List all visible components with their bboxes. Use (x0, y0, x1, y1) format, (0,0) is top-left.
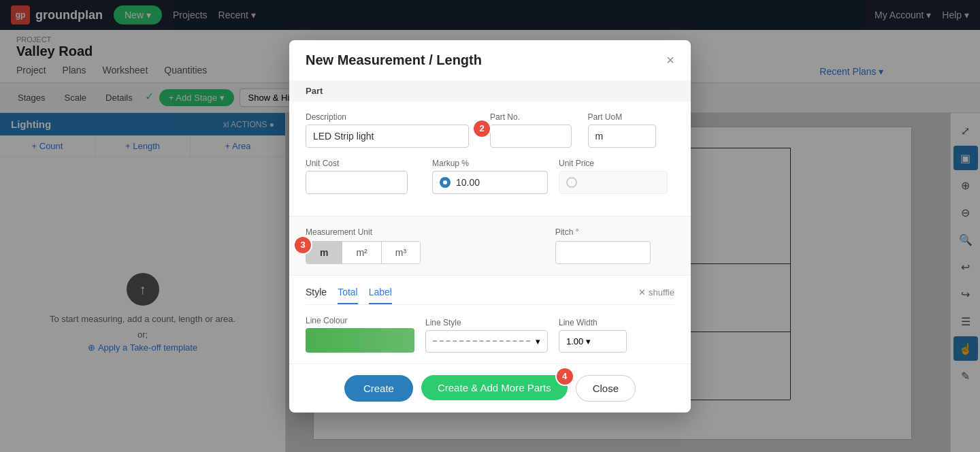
markup-radio[interactable] (440, 177, 451, 188)
line-width-label: Line Width (559, 318, 627, 327)
line-colour-swatch[interactable] (306, 328, 414, 353)
unitprice-group: Unit Price (559, 159, 674, 194)
line-width-value: 1.00 ▾ (566, 336, 591, 346)
unitcost-input[interactable] (306, 171, 408, 194)
style-row: Line Colour Line Style ▾ Line Width 1.00… (306, 316, 674, 353)
line-colour-group: Line Colour (306, 316, 414, 353)
line-style-select[interactable]: ▾ (425, 330, 548, 353)
description-group: Description 2 (306, 112, 479, 148)
line-colour-label: Line Colour (306, 316, 414, 325)
unitcost-label: Unit Cost (306, 159, 421, 168)
close-modal-button[interactable]: Close (576, 375, 636, 402)
unit-buttons: m m² m³ (306, 241, 421, 264)
pitch-group: Pitch ° (555, 227, 674, 264)
modal-close-button[interactable]: × (666, 52, 674, 68)
tab-style[interactable]: Style (306, 287, 327, 304)
unit-m2-button[interactable]: m² (342, 242, 381, 263)
unit-m3-button[interactable]: m³ (382, 242, 420, 263)
partuom-label: Part UoM (588, 112, 675, 122)
line-style-label: Line Style (425, 318, 548, 327)
modal-footer: Create Create & Add More Parts 4 Close (289, 364, 691, 413)
part-section-label: Part (289, 80, 691, 101)
unitprice-label: Unit Price (559, 159, 674, 168)
style-section: Style Total Label ✕ shuffle Line Colour … (289, 276, 691, 353)
partuom-input[interactable] (588, 125, 656, 148)
form-row-2: Unit Cost Markup % Unit Price (306, 159, 674, 194)
form-row-1: Description 2 Part No. Part UoM (306, 112, 674, 148)
tab-total[interactable]: Total (338, 287, 358, 304)
badge-4: 4 (555, 367, 574, 386)
partno-label: Part No. (490, 112, 577, 122)
markup-input[interactable] (456, 177, 524, 188)
shuffle-button[interactable]: ✕ shuffle (638, 287, 674, 303)
measurement-unit-section: Measurement Unit m m² m³ 3 Pitch ° (289, 216, 691, 276)
measurement-unit-label: Measurement Unit (306, 227, 544, 237)
modal-form: Description 2 Part No. Part UoM (289, 112, 691, 216)
chevron-down-icon: ▾ (536, 336, 540, 346)
partno-group: Part No. (490, 112, 577, 148)
partno-input[interactable] (490, 125, 572, 148)
modal-header: New Measurement / Length × (289, 40, 691, 80)
description-label: Description (306, 112, 479, 122)
line-style-group: Line Style ▾ (425, 318, 548, 353)
markup-label: Markup % (432, 159, 548, 168)
line-width-group: Line Width 1.00 ▾ (559, 318, 627, 353)
modal-overlay: New Measurement / Length × Part Descript… (0, 0, 980, 452)
style-tabs: Style Total Label ✕ shuffle (306, 287, 674, 305)
pitch-label: Pitch ° (555, 227, 674, 237)
badge-3: 3 (293, 236, 312, 255)
line-width-select[interactable]: 1.00 ▾ (559, 330, 627, 353)
markup-group: Markup % (432, 159, 548, 194)
unitprice-radio[interactable] (566, 177, 577, 188)
modal: New Measurement / Length × Part Descript… (289, 40, 691, 413)
create-button[interactable]: Create (344, 375, 413, 402)
unitcost-group: Unit Cost (306, 159, 421, 194)
modal-title: New Measurement / Length (306, 52, 482, 68)
dashed-line-preview (433, 340, 530, 342)
unit-row: Measurement Unit m m² m³ 3 Pitch ° (306, 227, 674, 264)
create-more-button[interactable]: Create & Add More Parts (421, 375, 568, 400)
badge-2: 2 (472, 119, 491, 138)
partuom-group: Part UoM (588, 112, 675, 148)
pitch-input[interactable] (555, 241, 651, 264)
tab-label[interactable]: Label (369, 287, 392, 304)
description-input[interactable] (306, 125, 469, 148)
